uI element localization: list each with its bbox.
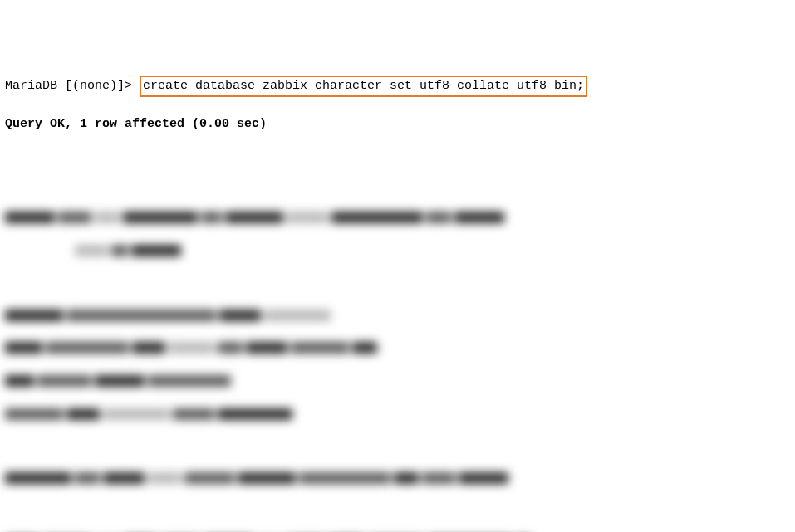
highlighted-command-1: create database zabbix character set utf… [140,76,587,97]
query-result-1: Query OK, 1 row affected (0.00 sec) [5,115,790,134]
obscured-region [5,193,790,533]
terminal-line-1: MariaDB [(none)]> create database zabbix… [5,76,790,97]
blank-line [5,151,790,169]
prompt: MariaDB [(none)]> [5,79,140,93]
